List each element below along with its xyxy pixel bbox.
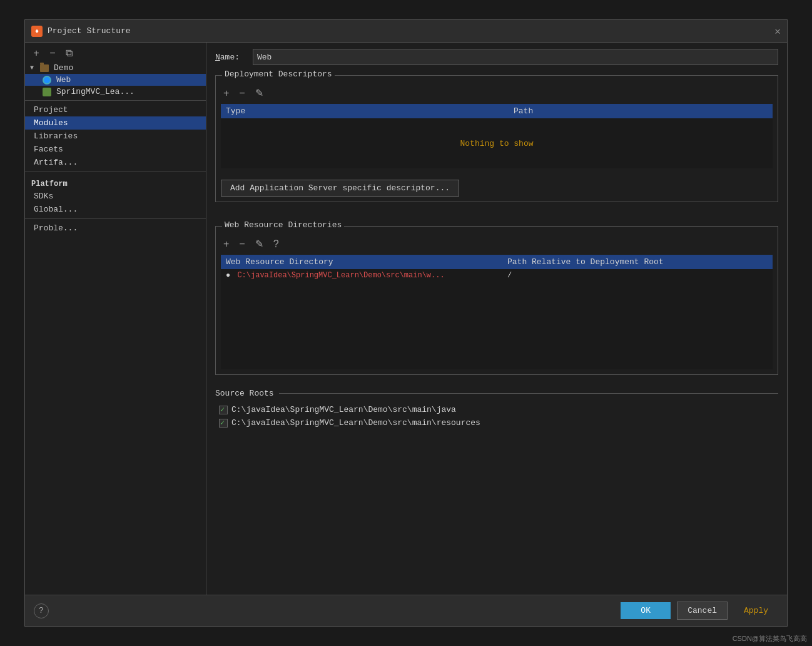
close-button[interactable]: ✕ bbox=[774, 25, 781, 38]
source-roots-title: Source Roots bbox=[215, 389, 274, 398]
dialog-title: Project Structure bbox=[48, 26, 131, 36]
web-module-icon bbox=[43, 76, 51, 85]
deployment-descriptors-toolbar: + − ✎ bbox=[221, 86, 773, 100]
web-resource-directory-column-header: Web Resource Directory bbox=[221, 255, 502, 269]
remove-web-resource-button[interactable]: − bbox=[236, 237, 247, 251]
footer-left: ? bbox=[34, 603, 49, 618]
app-icon: ♦ bbox=[31, 26, 43, 37]
footer: ? OK Cancel Apply bbox=[25, 595, 787, 626]
deployment-descriptors-title: Deployment Descriptors bbox=[222, 69, 335, 79]
sidebar-item-project[interactable]: Project bbox=[25, 103, 206, 116]
divider-1 bbox=[25, 100, 206, 101]
deployment-descriptors-content: + − ✎ Type Path Nothing to show bbox=[216, 76, 778, 202]
tree-item-springmvc[interactable]: SpringMVC_Lea... bbox=[25, 86, 206, 98]
name-input[interactable] bbox=[253, 49, 778, 65]
add-app-server-descriptor-button[interactable]: Add Application Server specific descript… bbox=[221, 180, 459, 197]
name-row: Name: bbox=[215, 49, 778, 65]
path-column-header: Path bbox=[509, 104, 773, 118]
deployment-descriptors-section: Deployment Descriptors + − ✎ Type Path N… bbox=[215, 75, 778, 202]
remove-descriptor-toolbar-button[interactable]: − bbox=[236, 86, 247, 100]
web-resource-rows: ● C:\javaIdea\SpringMVC_Learn\Demo\src\m… bbox=[221, 269, 773, 369]
platform-label: Platform bbox=[25, 175, 206, 190]
deploy-root-cell: / bbox=[502, 269, 773, 282]
source-root-item-0: C:\javaIdea\SpringMVC_Learn\Demo\src\mai… bbox=[215, 403, 778, 416]
add-web-resource-button[interactable]: + bbox=[221, 237, 231, 251]
divider-3 bbox=[25, 218, 206, 219]
deployment-descriptors-header: Type Path bbox=[221, 104, 773, 118]
source-root-checkbox-1[interactable] bbox=[219, 419, 228, 428]
deploy-root-value: / bbox=[507, 271, 512, 280]
footer-right: OK Cancel Apply bbox=[621, 602, 778, 620]
sidebar: + − ⧉ ▼ Demo Web SpringMVC_Lea... Pro bbox=[25, 43, 206, 595]
source-root-item-1: C:\javaIdea\SpringMVC_Learn\Demo\src\mai… bbox=[215, 416, 778, 429]
web-res-icon: ● bbox=[226, 271, 230, 280]
main-panel: Name: Deployment Descriptors + − ✎ Type bbox=[206, 43, 787, 595]
web-resource-directories-title: Web Resource Directories bbox=[222, 220, 344, 230]
content-area: + − ⧉ ▼ Demo Web SpringMVC_Lea... Pro bbox=[25, 43, 787, 595]
web-resource-directories-content: + − ✎ ? Web Resource Directory Path Rela… bbox=[216, 227, 778, 374]
tree-item-web[interactable]: Web bbox=[25, 74, 206, 86]
source-root-checkbox-0[interactable] bbox=[219, 406, 228, 414]
sidebar-item-global[interactable]: Global... bbox=[25, 203, 206, 216]
type-column-header: Type bbox=[221, 104, 509, 118]
remove-module-button[interactable]: − bbox=[46, 48, 59, 59]
web-resource-directories-table: Web Resource Directory Path Relative to … bbox=[221, 255, 773, 369]
path-relative-column-header: Path Relative to Deployment Root bbox=[502, 255, 773, 269]
nothing-to-show-label: Nothing to show bbox=[460, 139, 533, 148]
springmvc-label: SpringMVC_Lea... bbox=[56, 87, 134, 96]
web-resource-directory-cell: ● C:\javaIdea\SpringMVC_Learn\Demo\src\m… bbox=[221, 269, 502, 282]
web-resource-row[interactable]: ● C:\javaIdea\SpringMVC_Learn\Demo\src\m… bbox=[221, 269, 773, 282]
copy-module-button[interactable]: ⧉ bbox=[63, 48, 75, 59]
web-resource-path: C:\javaIdea\SpringMVC_Learn\Demo\src\mai… bbox=[237, 271, 444, 280]
sidebar-toolbar: + − ⧉ bbox=[25, 45, 206, 62]
sidebar-item-facets[interactable]: Facets bbox=[25, 143, 206, 156]
expand-arrow-icon: ▼ bbox=[30, 64, 38, 71]
edit-web-resource-button[interactable]: ✎ bbox=[253, 237, 266, 251]
source-root-path-1: C:\javaIdea\SpringMVC_Learn\Demo\src\mai… bbox=[231, 418, 480, 428]
sidebar-item-libraries[interactable]: Libraries bbox=[25, 130, 206, 143]
deployment-descriptors-table: Type Path Nothing to show bbox=[221, 104, 773, 168]
sidebar-item-artifacts[interactable]: Artifa... bbox=[25, 156, 206, 169]
watermark: CSDN@算法菜鸟飞高高 bbox=[733, 634, 807, 643]
folder-icon bbox=[40, 64, 49, 72]
demo-label: Demo bbox=[54, 63, 73, 73]
web-label: Web bbox=[56, 75, 71, 85]
apply-button[interactable]: Apply bbox=[734, 602, 778, 619]
web-resource-directories-section: Web Resource Directories + − ✎ ? Web Res… bbox=[215, 226, 778, 375]
source-root-path-0: C:\javaIdea\SpringMVC_Learn\Demo\src\mai… bbox=[231, 405, 456, 414]
tree-item-demo[interactable]: ▼ Demo bbox=[25, 62, 206, 74]
help-web-resource-button[interactable]: ? bbox=[271, 237, 282, 251]
web-resource-directories-header: Web Resource Directory Path Relative to … bbox=[221, 255, 773, 269]
sidebar-item-sdks[interactable]: SDKs bbox=[25, 190, 206, 203]
ok-button[interactable]: OK bbox=[621, 602, 671, 619]
web-resource-directories-toolbar: + − ✎ ? bbox=[221, 237, 773, 251]
name-label: Name: bbox=[215, 53, 246, 62]
title-bar: ♦ Project Structure ✕ bbox=[25, 20, 787, 43]
edit-descriptor-toolbar-button[interactable]: ✎ bbox=[253, 86, 266, 100]
cancel-button[interactable]: Cancel bbox=[677, 602, 728, 620]
help-button[interactable]: ? bbox=[34, 603, 49, 618]
project-structure-dialog: ♦ Project Structure ✕ + − ⧉ ▼ Demo Web bbox=[24, 19, 788, 627]
add-module-button[interactable]: + bbox=[30, 48, 43, 59]
deployment-descriptors-empty: Nothing to show bbox=[221, 118, 773, 168]
sidebar-item-modules[interactable]: Modules bbox=[25, 116, 206, 130]
module-icon bbox=[43, 88, 51, 96]
add-descriptor-toolbar-button[interactable]: + bbox=[221, 86, 231, 100]
divider-2 bbox=[25, 172, 206, 172]
sidebar-item-problems[interactable]: Proble... bbox=[25, 222, 206, 235]
source-roots-section: Source Roots C:\javaIdea\SpringMVC_Learn… bbox=[215, 389, 778, 429]
